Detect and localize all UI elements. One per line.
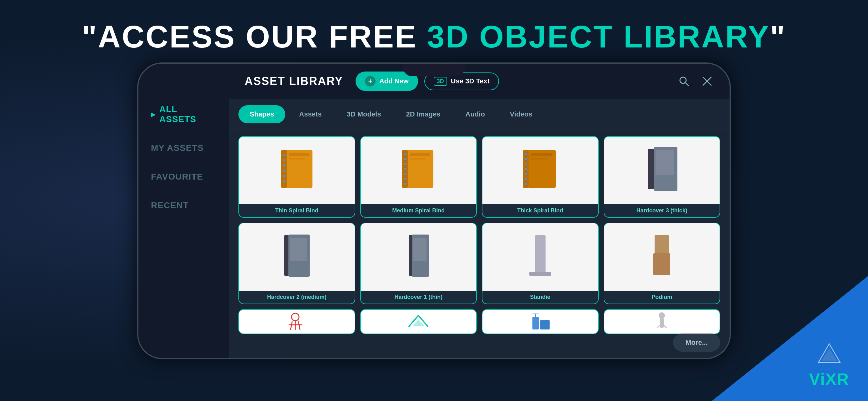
vixr-x: X xyxy=(826,370,837,388)
svg-point-18 xyxy=(283,180,286,183)
asset-image-podium xyxy=(604,223,720,291)
svg-point-27 xyxy=(404,172,407,175)
svg-point-25 xyxy=(404,162,407,166)
asset-card-row3-1[interactable] xyxy=(239,309,355,334)
page-title: "ACCESS OUR FREE 3D OBJECT LIBRARY" xyxy=(0,19,868,55)
hardcover1-svg xyxy=(398,232,439,282)
tab-videos[interactable]: Videos xyxy=(499,105,544,123)
asset-card-standie[interactable]: Standie xyxy=(482,223,599,304)
svg-point-17 xyxy=(283,175,286,178)
row3-icon3-svg xyxy=(528,311,553,333)
svg-rect-56 xyxy=(413,238,427,261)
more-button-container: More... xyxy=(673,334,720,352)
svg-point-16 xyxy=(283,169,286,172)
sidebar-label-recent: RECENT xyxy=(151,201,189,210)
podium-label: Podium xyxy=(604,291,720,304)
svg-rect-67 xyxy=(540,320,550,330)
svg-rect-43 xyxy=(648,149,655,189)
asset-image-hardcover-3 xyxy=(604,137,720,204)
tab-3d-models[interactable]: 3D Models xyxy=(335,105,392,123)
header: ASSET LIBRARY Add New 3D Use 3D Text xyxy=(229,64,730,99)
thin-spiral-bind-svg xyxy=(277,147,317,194)
use-3d-text-label: Use 3D Text xyxy=(451,77,490,85)
asset-card-row3-2[interactable] xyxy=(360,309,477,334)
main-content: ASSET LIBRARY Add New 3D Use 3D Text xyxy=(229,64,730,358)
svg-rect-57 xyxy=(535,235,546,273)
asset-card-row3-4[interactable] xyxy=(604,309,720,334)
svg-rect-42 xyxy=(531,158,548,160)
vixr-vi: Vi xyxy=(809,370,826,388)
asset-image-thin-spiral-bind xyxy=(239,137,354,204)
asset-library-title: ASSET LIBRARY xyxy=(245,75,343,88)
add-new-button[interactable]: Add New xyxy=(355,71,418,91)
standie-svg xyxy=(520,232,561,282)
thick-spiral-bind-label: Thick Spiral Bind xyxy=(483,204,598,217)
hardcover2-svg xyxy=(277,232,317,282)
svg-line-63 xyxy=(299,322,300,330)
search-icon[interactable] xyxy=(677,74,691,88)
asset-card-hardcover-1[interactable]: Hardcover 1 (thin) xyxy=(360,223,477,304)
svg-point-29 xyxy=(404,182,407,186)
svg-point-13 xyxy=(283,153,286,157)
svg-point-14 xyxy=(283,159,286,162)
tab-shapes[interactable]: Shapes xyxy=(239,105,285,123)
tab-assets[interactable]: Assets xyxy=(288,105,333,123)
svg-point-23 xyxy=(404,153,407,156)
row3-icon4-svg xyxy=(649,311,674,333)
svg-rect-31 xyxy=(410,158,426,160)
standie-label: Standie xyxy=(483,291,598,304)
asset-card-thin-spiral-bind[interactable]: Thin Spiral Bind xyxy=(239,136,355,218)
device-frame: ▶ ALL ASSETS MY ASSETS FAVOURITE RECENT … xyxy=(137,63,731,359)
svg-point-35 xyxy=(525,157,528,161)
hardcover1-label: Hardcover 1 (thin) xyxy=(361,291,476,304)
svg-point-36 xyxy=(525,162,528,166)
asset-image-hardcover-2 xyxy=(239,223,354,291)
hardcover3-label: Hardcover 3 (thick) xyxy=(604,204,720,217)
svg-rect-66 xyxy=(532,317,539,330)
add-new-icon xyxy=(365,76,376,87)
sidebar-label-favourite: FAVOURITE xyxy=(151,172,203,182)
row3-icon2-svg xyxy=(406,311,431,333)
tab-2d-images[interactable]: 2D Images xyxy=(395,105,452,123)
asset-image-hardcover-1 xyxy=(361,223,476,291)
asset-image-standie xyxy=(483,223,598,291)
asset-card-thick-spiral-bind[interactable]: Thick Spiral Bind xyxy=(482,136,599,218)
more-button[interactable]: More... xyxy=(673,334,720,352)
title-teal: 3D OBJECT LIBRARY xyxy=(427,19,770,54)
thick-spiral-bind-svg xyxy=(520,147,561,194)
filter-tabs: Shapes Assets 3D Models 2D Images Audio … xyxy=(229,99,730,130)
tab-audio[interactable]: Audio xyxy=(454,105,496,123)
hardcover2-label: Hardcover 2 (medium) xyxy=(239,291,354,304)
sidebar-item-favourite[interactable]: FAVOURITE xyxy=(138,162,229,191)
title-white: "ACCESS OUR FREE xyxy=(82,19,427,54)
thin-spiral-bind-label: Thin Spiral Bind xyxy=(239,204,354,217)
close-icon[interactable] xyxy=(700,74,714,88)
asset-card-hardcover-2[interactable]: Hardcover 2 (medium) xyxy=(239,223,355,304)
svg-point-70 xyxy=(659,312,665,319)
header-icons xyxy=(677,74,714,88)
svg-rect-19 xyxy=(289,153,309,156)
svg-point-61 xyxy=(291,313,299,321)
asset-card-medium-spiral-bind[interactable]: Medium Spiral Bind xyxy=(360,136,477,218)
svg-point-28 xyxy=(404,177,407,180)
svg-line-7 xyxy=(685,82,688,86)
row3-icon1-svg xyxy=(287,311,306,333)
sidebar-arrow-icon: ▶ xyxy=(151,110,156,118)
vixr-logo-icon xyxy=(817,342,842,367)
hardcover3-svg xyxy=(642,145,682,196)
medium-spiral-bind-svg xyxy=(398,147,439,194)
sidebar-item-all-assets[interactable]: ▶ ALL ASSETS xyxy=(138,95,229,134)
svg-point-38 xyxy=(525,172,528,175)
asset-card-row3-3[interactable] xyxy=(482,309,599,334)
asset-card-podium[interactable]: Podium xyxy=(604,223,720,304)
vixr-logo-text: ViXR xyxy=(809,370,849,389)
medium-spiral-bind-label: Medium Spiral Bind xyxy=(361,204,476,217)
svg-rect-30 xyxy=(410,153,430,156)
use-3d-text-button[interactable]: 3D Use 3D Text xyxy=(424,72,499,90)
svg-rect-58 xyxy=(529,272,551,276)
asset-image-thick-spiral-bind xyxy=(483,137,598,204)
sidebar-item-recent[interactable]: RECENT xyxy=(138,191,229,220)
sidebar-item-my-assets[interactable]: MY ASSETS xyxy=(138,134,229,162)
svg-point-34 xyxy=(525,153,528,156)
asset-card-hardcover-3[interactable]: Hardcover 3 (thick) xyxy=(604,136,720,218)
